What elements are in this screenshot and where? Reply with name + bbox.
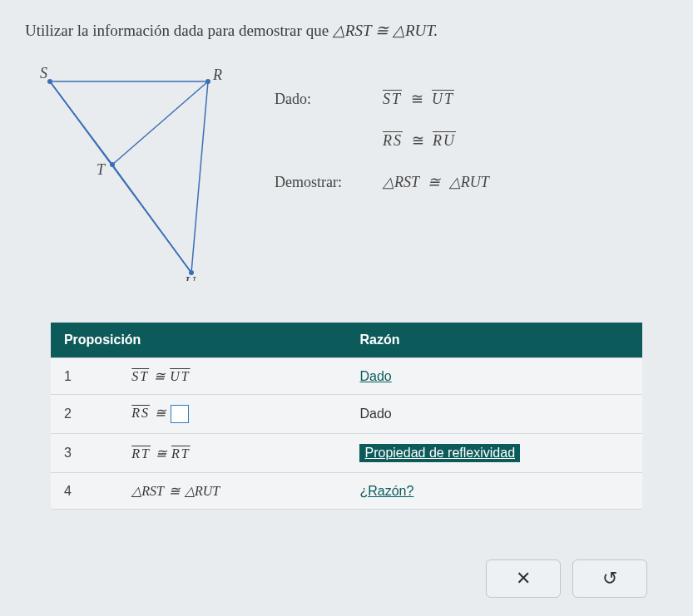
reason-cell: Propiedad de reflexividad [346, 434, 642, 473]
svg-line-5 [112, 165, 191, 273]
row-number: 3 [51, 434, 118, 473]
prop-b: RT [171, 446, 191, 461]
problem-prefix: Utilizar la información dada para demost… [25, 22, 333, 39]
close-icon: ✕ [516, 568, 531, 589]
reason-cell: Dado [346, 395, 642, 434]
row-number: 1 [51, 358, 118, 395]
prop-op: ≅ [155, 406, 166, 420]
given2-a: RS [383, 132, 403, 149]
vertex-T-label: T [97, 161, 106, 178]
table-row: 3RT≅RTPropiedad de reflexividad [51, 434, 642, 473]
dado-label: Dado: [275, 91, 358, 108]
proposition-cell: RS≅ [118, 395, 346, 434]
svg-point-7 [205, 79, 210, 84]
prop-a: △RST [131, 484, 164, 498]
prop-b: UT [170, 369, 190, 383]
svg-point-8 [110, 162, 115, 167]
prop-op: ≅ [169, 484, 180, 498]
vertex-S-label: S [40, 65, 47, 81]
demostrar-label: Demostrar: [275, 174, 358, 191]
prop-op: ≅ [156, 446, 166, 461]
given1-a: ST [383, 91, 402, 107]
demo-b: △RUT [449, 174, 489, 190]
given1-b: UT [432, 91, 454, 107]
reset-icon: ↺ [602, 568, 617, 589]
row-number: 2 [51, 395, 118, 434]
prop-b: △RUT [185, 484, 220, 498]
svg-line-3 [50, 81, 112, 165]
prop-op: ≅ [154, 369, 165, 383]
problem-cong: ≅ [375, 22, 389, 39]
svg-line-2 [191, 81, 208, 273]
header-reason: Razón [346, 323, 642, 358]
vertex-U-label: U [185, 274, 196, 281]
problem-tri2: △RUT. [393, 22, 438, 39]
reason-cell: ¿Razón? [346, 473, 642, 510]
table-row: 4△RST≅△RUT¿Razón? [51, 473, 642, 510]
proposition-input[interactable] [171, 405, 189, 423]
reason-link[interactable]: Propiedad de reflexividad [359, 444, 520, 462]
problem-tri1: △RST [333, 22, 372, 39]
reason-link[interactable]: Dado [359, 369, 391, 383]
row-number: 4 [51, 473, 118, 510]
proposition-cell: ST≅UT [118, 358, 346, 395]
table-row: 2RS≅Dado [51, 395, 642, 434]
triangle-figure: S R T U [25, 65, 241, 281]
svg-line-4 [112, 81, 208, 165]
demo-a: △RST [383, 174, 419, 190]
reason-text: Dado [359, 407, 391, 421]
demo-op: ≅ [428, 174, 440, 190]
proposition-cell: △RST≅△RUT [118, 473, 346, 510]
prop-a: RS [131, 406, 150, 420]
reason-cell: Dado [346, 358, 642, 395]
problem-statement: Utilizar la información dada para demost… [25, 21, 668, 40]
prop-a: ST [131, 369, 149, 383]
vertex-R-label: R [212, 67, 222, 83]
reason-link[interactable]: ¿Razón? [359, 484, 413, 498]
proof-table: Proposición Razón 1ST≅UTDado2RS≅Dado3RT≅… [51, 323, 642, 510]
given2-b: RU [433, 132, 456, 149]
given2-op: ≅ [412, 132, 424, 149]
svg-point-6 [47, 79, 52, 84]
table-row: 1ST≅UTDado [51, 358, 642, 395]
givens-block: Dado: ST ≅ UT RS ≅ RU Demostrar: △RST ≅ … [275, 65, 668, 281]
reset-button[interactable]: ↺ [572, 559, 647, 598]
close-button[interactable]: ✕ [486, 559, 561, 598]
given1-op: ≅ [411, 91, 423, 107]
proposition-cell: RT≅RT [118, 434, 346, 473]
prop-a: RT [131, 446, 151, 461]
header-proposition: Proposición [51, 323, 347, 358]
